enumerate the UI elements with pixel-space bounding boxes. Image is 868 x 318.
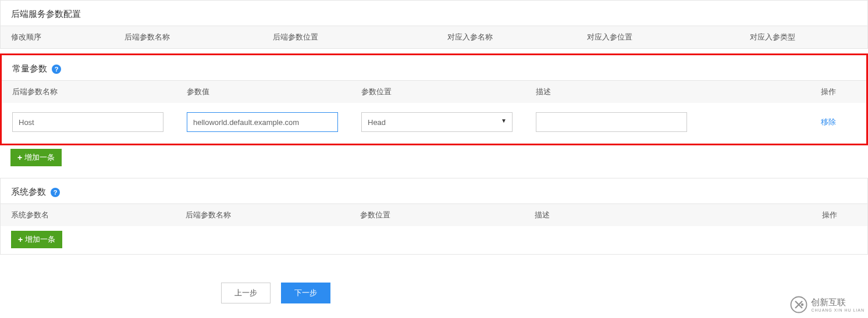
col-backend-name: 后端参数名称 — [124, 32, 273, 42]
col-sys-op: 操作 — [822, 210, 857, 220]
param-desc-input[interactable] — [536, 112, 687, 132]
col-backend-pos: 后端参数位置 — [273, 32, 447, 42]
col-sys-pos: 参数位置 — [360, 210, 535, 220]
col-order: 修改顺序 — [11, 32, 124, 42]
prev-button[interactable]: 上一步 — [221, 283, 271, 303]
param-value-input[interactable] — [187, 112, 338, 132]
constant-params-title: 常量参数 ? — [2, 55, 866, 80]
watermark-sub: CHUANG XIN HU LIAN — [811, 308, 865, 312]
add-constant-label: 增加一条 — [24, 152, 55, 163]
param-position-select[interactable]: Head — [361, 112, 513, 132]
col-const-desc: 描述 — [536, 87, 821, 97]
col-const-pos: 参数位置 — [361, 87, 536, 97]
backend-config-title: 后端服务参数配置 — [1, 1, 867, 26]
col-const-backend-name: 后端参数名称 — [12, 87, 187, 97]
system-params-panel: 系统参数 ? 系统参数名 后端参数名称 参数位置 描述 操作 + 增加一条 — [0, 178, 868, 255]
add-constant-button[interactable]: + 增加一条 — [10, 149, 62, 166]
col-in-type: 对应入参类型 — [750, 32, 857, 42]
constant-params-panel: 常量参数 ? 后端参数名称 参数值 参数位置 描述 操作 Head 移除 — [0, 53, 868, 145]
add-system-button[interactable]: + 增加一条 — [11, 231, 62, 248]
help-icon[interactable]: ? — [52, 65, 61, 74]
add-system-label: 增加一条 — [25, 234, 55, 245]
watermark-text: 创新互联 — [811, 297, 846, 307]
plus-icon: + — [17, 153, 22, 162]
col-const-value: 参数值 — [187, 87, 361, 97]
backend-config-title-text: 后端服务参数配置 — [11, 9, 81, 20]
constant-row: Head 移除 — [2, 103, 866, 144]
backend-header-row: 修改顺序 后端参数名称 后端参数位置 对应入参名称 对应入参位置 对应入参类型 — [1, 26, 867, 48]
col-sys-backend: 后端参数名称 — [186, 210, 360, 220]
plus-icon: + — [18, 235, 23, 244]
watermark: 创新互联 CHUANG XIN HU LIAN — [790, 296, 865, 313]
system-params-title: 系统参数 ? — [1, 178, 867, 203]
logo-icon — [790, 296, 807, 313]
constant-params-title-text: 常量参数 — [12, 63, 47, 74]
col-sys-name: 系统参数名 — [11, 210, 186, 220]
col-const-op: 操作 — [821, 87, 856, 97]
svg-point-1 — [801, 303, 804, 306]
system-header-row: 系统参数名 后端参数名称 参数位置 描述 操作 — [1, 203, 867, 226]
system-params-title-text: 系统参数 — [11, 187, 46, 198]
help-icon[interactable]: ? — [51, 188, 60, 197]
col-sys-desc: 描述 — [535, 210, 822, 220]
col-in-pos: 对应入参位置 — [587, 32, 750, 42]
backend-config-panel: 后端服务参数配置 修改顺序 后端参数名称 后端参数位置 对应入参名称 对应入参位… — [0, 0, 868, 49]
remove-link[interactable]: 移除 — [821, 117, 836, 126]
footer-actions: 上一步 下一步 — [221, 259, 868, 315]
next-button[interactable]: 下一步 — [281, 283, 330, 303]
param-name-input[interactable] — [12, 112, 163, 132]
constant-header-row: 后端参数名称 参数值 参数位置 描述 操作 — [2, 80, 866, 103]
col-in-name: 对应入参名称 — [447, 32, 587, 42]
